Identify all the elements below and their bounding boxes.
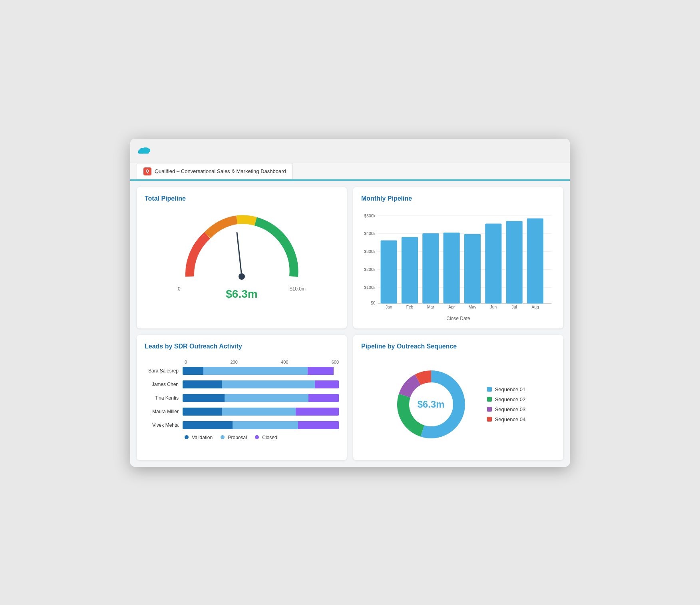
svg-rect-33 bbox=[527, 218, 543, 303]
browser-chrome bbox=[130, 139, 570, 163]
hbar-label-vivek: Vivek Mehta bbox=[145, 422, 183, 428]
browser-window: Q Qualified – Conversational Sales & Mar… bbox=[130, 139, 570, 467]
hbar-label-maura: Maura Miller bbox=[145, 409, 183, 414]
svg-text:$100k: $100k bbox=[364, 285, 376, 290]
monthly-pipeline-card: Monthly Pipeline $500k $400k $300k $200k… bbox=[353, 187, 563, 328]
hbar-row-maura: Maura Miller bbox=[145, 408, 339, 416]
hbar-label-tina: Tina Kontis bbox=[145, 395, 183, 401]
svg-text:Aug: Aug bbox=[531, 304, 539, 309]
svg-text:$0: $0 bbox=[371, 301, 376, 305]
svg-text:Jan: Jan bbox=[386, 304, 392, 309]
hbar-bars-sara bbox=[183, 367, 339, 375]
gauge-svg bbox=[178, 213, 306, 285]
donut-legend: Sequence 01 Sequence 02 Sequence 03 bbox=[487, 386, 526, 422]
tab-title: Qualified – Conversational Sales & Marke… bbox=[155, 168, 286, 174]
svg-text:May: May bbox=[469, 304, 477, 309]
svg-text:$500k: $500k bbox=[364, 213, 376, 218]
svg-rect-27 bbox=[464, 234, 481, 303]
svg-text:Apr: Apr bbox=[448, 304, 455, 309]
dashboard-tab[interactable]: Q Qualified – Conversational Sales & Mar… bbox=[137, 163, 293, 179]
qualified-tab-icon: Q bbox=[143, 167, 151, 175]
gauge-container: 0 $10.0m $6.3m bbox=[145, 209, 339, 304]
svg-rect-29 bbox=[485, 223, 501, 303]
svg-rect-31 bbox=[506, 221, 523, 303]
svg-rect-23 bbox=[422, 233, 439, 303]
bar-chart-container: $500k $400k $300k $200k $100k $0 bbox=[361, 209, 555, 320]
svg-text:Mar: Mar bbox=[427, 304, 434, 309]
tab-bar: Q Qualified – Conversational Sales & Mar… bbox=[130, 163, 570, 181]
total-pipeline-card: Total Pipeline bbox=[137, 187, 347, 328]
gauge-value: $6.3m bbox=[226, 288, 257, 301]
bar-chart-svg: $500k $400k $300k $200k $100k $0 bbox=[361, 209, 555, 312]
hbar-bars-james bbox=[183, 380, 339, 388]
svg-text:Jul: Jul bbox=[512, 304, 517, 309]
donut-legend-seq03: Sequence 03 bbox=[487, 406, 526, 412]
gauge-max-label: $10.0m bbox=[290, 286, 306, 292]
donut-legend-seq02: Sequence 02 bbox=[487, 396, 526, 402]
svg-text:$200k: $200k bbox=[364, 267, 376, 272]
hbar-chart: 0 200 400 600 Sara Salesrep bbox=[145, 356, 339, 444]
donut-svg-wrap: $6.3m bbox=[391, 364, 471, 444]
hbar-legend: Validation Proposal Closed bbox=[185, 435, 339, 440]
dashboard-content: Total Pipeline bbox=[130, 181, 570, 467]
hbar-row-james: James Chen bbox=[145, 380, 339, 388]
hbar-row-sara: Sara Salesrep bbox=[145, 367, 339, 375]
svg-rect-25 bbox=[443, 232, 460, 303]
donut-container: $6.3m Sequence 01 Sequence 02 bbox=[361, 356, 555, 452]
hbar-bars-tina bbox=[183, 394, 339, 402]
dashboard-grid: Total Pipeline bbox=[137, 187, 563, 460]
hbar-row-vivek: Vivek Mehta bbox=[145, 421, 339, 429]
hbar-axis: 0 200 400 600 bbox=[185, 360, 339, 364]
donut-legend-seq01: Sequence 01 bbox=[487, 386, 526, 392]
hbar-bars-vivek bbox=[183, 421, 339, 429]
gauge-min-label: 0 bbox=[178, 286, 181, 292]
total-pipeline-title: Total Pipeline bbox=[145, 195, 339, 202]
svg-text:$400k: $400k bbox=[364, 231, 376, 236]
donut-center-value: $6.3m bbox=[418, 399, 445, 410]
svg-text:Jun: Jun bbox=[490, 304, 497, 309]
legend-proposal: Proposal bbox=[221, 435, 247, 440]
hbar-row-tina: Tina Kontis bbox=[145, 394, 339, 402]
legend-validation: Validation bbox=[185, 435, 213, 440]
svg-rect-19 bbox=[381, 240, 397, 303]
hbar-label-sara: Sara Salesrep bbox=[145, 368, 183, 374]
svg-rect-21 bbox=[402, 237, 418, 303]
hbar-label-james: James Chen bbox=[145, 382, 183, 387]
leads-by-sdr-card: Leads by SDR Outreach Activity 0 200 400… bbox=[137, 335, 347, 460]
legend-closed: Closed bbox=[255, 435, 277, 440]
svg-point-6 bbox=[239, 273, 245, 280]
leads-by-sdr-title: Leads by SDR Outreach Activity bbox=[145, 343, 339, 350]
svg-text:Feb: Feb bbox=[406, 304, 414, 309]
svg-line-5 bbox=[237, 233, 242, 277]
salesforce-logo-icon bbox=[137, 143, 151, 158]
pipeline-by-outreach-title: Pipeline by Outreach Sequence bbox=[361, 343, 555, 350]
bar-chart-xlabel: Close Date bbox=[361, 316, 555, 321]
pipeline-by-outreach-card: Pipeline by Outreach Sequence bbox=[353, 335, 563, 460]
svg-text:$300k: $300k bbox=[364, 249, 376, 254]
monthly-pipeline-title: Monthly Pipeline bbox=[361, 195, 555, 202]
donut-legend-seq04: Sequence 04 bbox=[487, 416, 526, 422]
hbar-bars-maura bbox=[183, 408, 339, 416]
